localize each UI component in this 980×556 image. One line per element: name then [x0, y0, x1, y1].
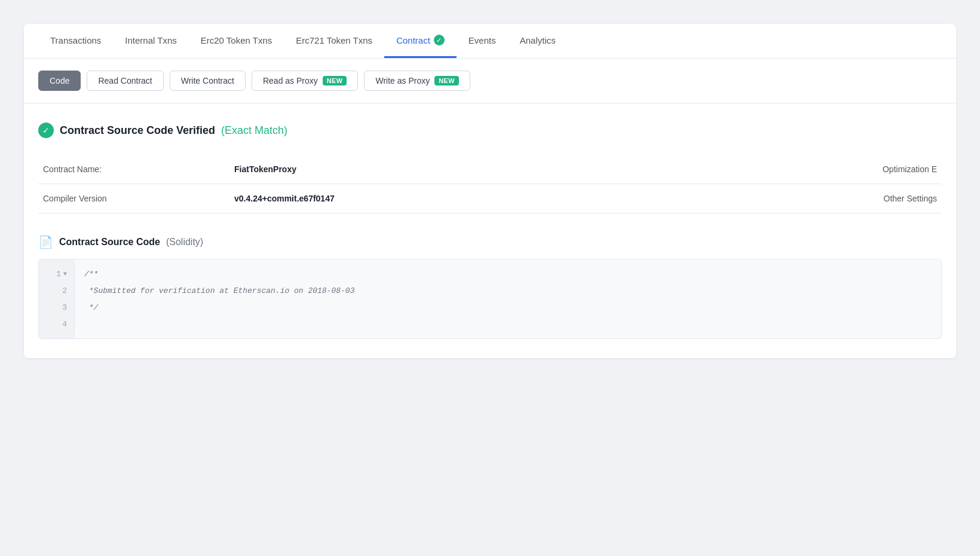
badge-new-write-as-proxy: NEW [434, 76, 459, 85]
verified-title: Contract Source Code Verified [60, 124, 215, 137]
source-code-title: Contract Source Code [59, 237, 160, 248]
table-value: v0.4.24+commit.e67f0147 [229, 184, 679, 213]
table-right: Optimization E [679, 155, 942, 184]
code-line: /** [84, 265, 932, 282]
source-file-icon: 📄 [38, 235, 53, 249]
line-numbers: 1 ▼234 [39, 259, 75, 338]
code-line: */ [84, 299, 932, 316]
tab-events[interactable]: Events [457, 24, 508, 58]
sub-btn-label-write-as-proxy: Write as Proxy [375, 76, 430, 85]
tab-verified-icon: ✓ [434, 35, 445, 45]
verified-subtitle: (Exact Match) [221, 124, 287, 137]
verified-icon: ✓ [38, 123, 54, 138]
line-number: 1 ▼ [39, 265, 75, 282]
code-line [84, 316, 932, 332]
sub-btn-write-contract[interactable]: Write Contract [170, 71, 246, 91]
sub-btn-label-write-contract: Write Contract [181, 76, 234, 85]
table-label: Contract Name: [38, 155, 229, 184]
line-number: 4 [39, 316, 75, 332]
table-row: Contract Name:FiatTokenProxyOptimization… [38, 155, 942, 184]
tabs-container: TransactionsInternal TxnsErc20 Token Txn… [24, 24, 956, 59]
sub-btn-label-code: Code [50, 76, 69, 85]
source-code-header: 📄 Contract Source Code (Solidity) [38, 235, 942, 249]
tab-erc721[interactable]: Erc721 Token Txns [284, 24, 384, 58]
tab-transactions[interactable]: Transactions [38, 24, 113, 58]
line-number: 3 [39, 299, 75, 316]
line-number: 2 [39, 282, 75, 299]
verified-header: ✓ Contract Source Code Verified (Exact M… [38, 123, 942, 138]
source-code-language: (Solidity) [166, 237, 203, 248]
badge-new-read-as-proxy: NEW [323, 76, 347, 85]
sub-buttons-container: CodeRead ContractWrite ContractRead as P… [24, 59, 956, 103]
tab-erc20[interactable]: Erc20 Token Txns [189, 24, 284, 58]
tab-internal-txns[interactable]: Internal Txns [113, 24, 188, 58]
sub-btn-write-as-proxy[interactable]: Write as ProxyNEW [364, 71, 470, 91]
sub-btn-label-read-as-proxy: Read as Proxy [263, 76, 318, 85]
table-value: FiatTokenProxy [229, 155, 679, 184]
code-block: 1 ▼234 /** *Submitted for verification a… [38, 259, 942, 339]
table-label: Compiler Version [38, 184, 229, 213]
code-content: /** *Submitted for verification at Ether… [75, 259, 941, 338]
table-right: Other Settings [679, 184, 942, 213]
sub-btn-read-as-proxy[interactable]: Read as ProxyNEW [252, 71, 358, 91]
line-arrow: ▼ [63, 271, 67, 277]
sub-btn-label-read-contract: Read Contract [98, 76, 152, 85]
table-row: Compiler Versionv0.4.24+commit.e67f0147O… [38, 184, 942, 213]
tab-analytics[interactable]: Analytics [508, 24, 568, 58]
content-area: ✓ Contract Source Code Verified (Exact M… [24, 103, 956, 358]
sub-btn-code[interactable]: Code [38, 71, 81, 91]
tab-contract[interactable]: Contract✓ [384, 24, 457, 58]
code-lines: 1 ▼234 /** *Submitted for verification a… [39, 259, 941, 338]
code-line: *Submitted for verification at Etherscan… [84, 282, 932, 299]
contract-info-table: Contract Name:FiatTokenProxyOptimization… [38, 155, 942, 213]
sub-btn-read-contract[interactable]: Read Contract [87, 71, 163, 91]
